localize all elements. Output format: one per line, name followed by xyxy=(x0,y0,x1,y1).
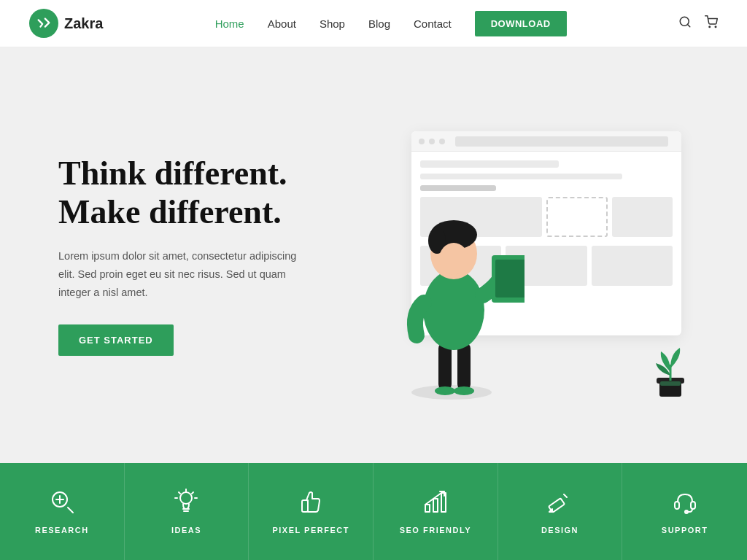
cart-icon[interactable] xyxy=(705,15,718,32)
nav-shop[interactable]: Shop xyxy=(320,18,345,30)
svg-rect-11 xyxy=(495,260,525,298)
logo-text: Zakra xyxy=(64,15,103,32)
svg-point-9 xyxy=(423,270,484,350)
nav-home[interactable]: Home xyxy=(215,18,244,30)
get-started-button[interactable]: GET STARTED xyxy=(58,324,174,356)
main-nav: Home About Shop Blog Contact DOWNLOAD xyxy=(215,11,567,36)
svg-rect-33 xyxy=(425,505,430,512)
header-icons xyxy=(678,15,718,32)
svg-rect-34 xyxy=(433,499,438,512)
svg-line-1 xyxy=(687,24,689,26)
pixel-perfect-icon xyxy=(298,489,324,518)
feature-design[interactable]: DESIGN xyxy=(498,463,623,560)
design-label: DESIGN xyxy=(541,526,578,534)
plant-illustration xyxy=(645,335,696,401)
person-illustration xyxy=(379,168,525,401)
nav-about[interactable]: About xyxy=(268,18,296,30)
svg-point-2 xyxy=(709,26,711,28)
hero-description: Lorem ipsum dolor sit amet, consectetur … xyxy=(58,247,306,301)
support-icon xyxy=(672,489,698,518)
svg-point-7 xyxy=(435,386,455,395)
svg-rect-6 xyxy=(457,343,471,390)
ideas-icon xyxy=(173,489,199,518)
research-label: RESEARCH xyxy=(35,526,89,534)
feature-support[interactable]: SUPPORT xyxy=(622,463,747,560)
nav-blog[interactable]: Blog xyxy=(368,18,390,30)
svg-point-3 xyxy=(715,26,716,28)
svg-line-28 xyxy=(192,492,193,494)
logo-icon xyxy=(29,9,58,38)
svg-rect-5 xyxy=(438,343,452,390)
features-bar: RESEARCH IDEAS xyxy=(0,463,747,560)
nav-contact[interactable]: Contact xyxy=(414,18,452,30)
svg-rect-18 xyxy=(660,381,681,386)
svg-rect-38 xyxy=(675,502,679,509)
svg-line-30 xyxy=(179,492,180,494)
hero-content: Think different. Make different. Lorem i… xyxy=(58,155,306,357)
feature-ideas[interactable]: IDEAS xyxy=(125,463,249,560)
feature-pixel-perfect[interactable]: PIXEL PERFECT xyxy=(249,463,374,560)
hero-section: Think different. Make different. Lorem i… xyxy=(0,47,747,463)
svg-point-8 xyxy=(454,386,474,395)
svg-point-24 xyxy=(180,492,192,504)
header: Zakra Home About Shop Blog Contact DOWNL… xyxy=(0,0,747,47)
pixel-perfect-label: PIXEL PERFECT xyxy=(272,526,349,534)
feature-research[interactable]: RESEARCH xyxy=(0,463,125,560)
svg-rect-32 xyxy=(302,500,308,512)
svg-line-37 xyxy=(564,494,567,497)
svg-rect-39 xyxy=(691,502,695,509)
svg-line-21 xyxy=(68,508,73,513)
download-button[interactable]: DOWNLOAD xyxy=(475,11,567,36)
ideas-label: IDEAS xyxy=(171,526,201,534)
research-icon xyxy=(49,489,75,518)
hero-illustration xyxy=(338,102,703,408)
feature-seo[interactable]: SEO FRIENDLY xyxy=(374,463,498,560)
hero-title: Think different. Make different. xyxy=(58,155,306,232)
design-icon xyxy=(546,489,573,518)
seo-label: SEO FRIENDLY xyxy=(400,526,471,534)
logo[interactable]: Zakra xyxy=(29,9,103,38)
support-label: SUPPORT xyxy=(662,526,708,534)
svg-point-15 xyxy=(439,243,468,275)
search-icon[interactable] xyxy=(678,15,692,32)
seo-icon xyxy=(422,489,449,518)
